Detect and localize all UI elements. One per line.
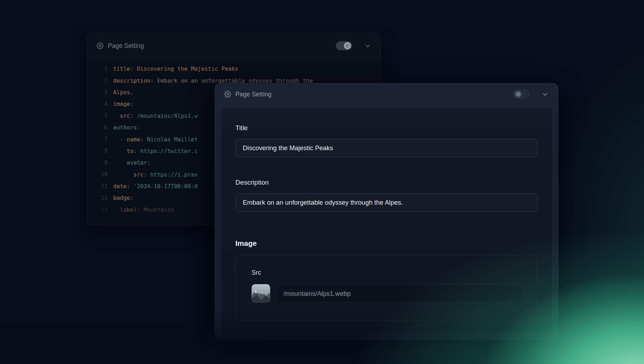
title-field-label: Title xyxy=(235,124,538,132)
code-icon xyxy=(516,92,520,96)
image-section-heading: Image xyxy=(235,239,538,248)
code-text: authors: xyxy=(108,124,140,131)
back-panel-header: Page Setting xyxy=(87,33,380,58)
code-text: Alpes. xyxy=(108,89,134,96)
src-input[interactable] xyxy=(276,284,523,303)
src-field-label: Src xyxy=(252,269,523,276)
line-number: 11 xyxy=(87,183,108,190)
chevron-down-icon[interactable] xyxy=(541,91,549,98)
toggle-knob xyxy=(515,91,522,98)
line-number: 4 xyxy=(87,101,108,107)
code-icon xyxy=(345,44,350,48)
code-text: src: /mountains/Alps1.w xyxy=(108,113,198,119)
code-line: 1title: Discovering the Majestic Peaks xyxy=(87,63,380,75)
code-text: title: Discovering the Majestic Peaks xyxy=(108,65,238,72)
code-text: badge: xyxy=(108,194,134,201)
line-number: 2 xyxy=(87,77,108,84)
line-number: 8 xyxy=(87,148,108,154)
line-number: 1 xyxy=(87,66,108,72)
line-number: 9 xyxy=(87,160,108,166)
line-number: 13 xyxy=(87,206,108,213)
code-text: avatar: xyxy=(108,159,150,166)
line-number: 6 xyxy=(87,124,108,131)
gear-icon xyxy=(97,42,104,49)
mountain-photo xyxy=(252,284,270,303)
description-field-label: Description xyxy=(235,179,538,186)
image-thumbnail[interactable] xyxy=(252,284,270,303)
front-editor-mode-toggle[interactable] xyxy=(513,90,529,99)
line-number: 10 xyxy=(87,171,108,178)
line-number: 3 xyxy=(87,89,108,95)
code-text: date: '2024-10-17T00:00:0 xyxy=(108,183,198,190)
code-text: to: https://twitter.c xyxy=(108,148,198,154)
description-input[interactable] xyxy=(235,193,538,212)
screenshot-root: Page Setting 1title: Discovering the Maj… xyxy=(0,0,644,364)
line-number: 12 xyxy=(87,195,108,201)
code-text: image: xyxy=(108,101,134,107)
page-setting-form: Title Description Image Src xyxy=(221,108,552,334)
panel-title: Page Setting xyxy=(235,91,272,98)
line-number: 7 xyxy=(87,136,108,142)
front-panel-header: Page Setting xyxy=(215,83,558,106)
back-editor-mode-toggle[interactable] xyxy=(336,41,352,50)
front-page-setting-panel: Page Setting Title Description Image Src xyxy=(215,83,558,340)
code-text: - name: Nicolas Maillet xyxy=(108,136,198,143)
chevron-down-icon[interactable] xyxy=(364,42,371,50)
image-group: Src xyxy=(235,255,538,321)
toggle-knob xyxy=(344,42,351,49)
code-text: src: https://i.prav xyxy=(108,171,198,178)
gear-icon xyxy=(224,91,231,98)
title-input[interactable] xyxy=(235,139,538,157)
panel-title: Page Setting xyxy=(108,42,144,50)
line-number: 5 xyxy=(87,113,108,119)
src-row xyxy=(252,284,523,303)
code-text: label: Mountains xyxy=(108,206,174,213)
